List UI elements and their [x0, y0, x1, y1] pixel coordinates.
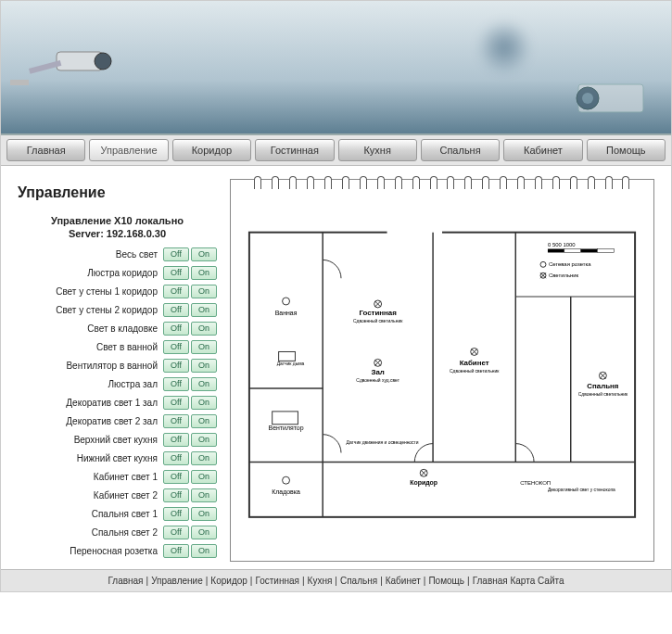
svg-text:Декоративный свет у стенокопа: Декоративный свет у стенокопа: [548, 488, 615, 492]
off-button[interactable]: Off: [163, 285, 189, 298]
spiral-ring: [324, 176, 332, 189]
on-button[interactable]: On: [191, 507, 217, 521]
svg-point-1: [95, 53, 111, 70]
off-button[interactable]: Off: [163, 544, 189, 558]
separator: |: [332, 576, 340, 586]
off-button[interactable]: Off: [163, 359, 189, 373]
control-row: Декоратив свет 1 залOffOn: [18, 395, 217, 412]
off-button[interactable]: Off: [163, 322, 189, 336]
off-button[interactable]: Off: [163, 414, 189, 428]
svg-point-57: [283, 298, 290, 305]
off-button[interactable]: Off: [163, 377, 189, 391]
on-button[interactable]: On: [191, 285, 217, 298]
nav-tab-help[interactable]: Помощь: [587, 139, 666, 161]
spiral-ring: [570, 176, 577, 189]
on-button[interactable]: On: [191, 322, 217, 336]
page-title: Управление: [18, 184, 217, 201]
control-row: Кабинет свет 1OffOn: [18, 469, 217, 486]
main-nav: Главная Управление Коридор Гостинная Кух…: [1, 135, 671, 166]
on-button[interactable]: On: [191, 359, 217, 373]
control-row: Свет у стены 1 коридорOffOn: [18, 284, 217, 300]
spiral-ring: [535, 176, 542, 189]
footer-link[interactable]: Гостинная: [255, 576, 299, 586]
svg-rect-8: [387, 231, 442, 235]
svg-text:Спальня: Спальня: [587, 382, 619, 390]
on-button[interactable]: On: [191, 470, 217, 484]
off-button[interactable]: Off: [163, 433, 189, 447]
spiral-ring: [605, 176, 613, 189]
on-button[interactable]: On: [191, 377, 217, 391]
on-button[interactable]: On: [191, 544, 217, 558]
off-button[interactable]: Off: [163, 396, 189, 410]
on-button[interactable]: On: [191, 451, 217, 465]
on-button[interactable]: On: [191, 414, 217, 428]
svg-text:Коридор: Коридор: [410, 479, 437, 487]
off-button[interactable]: Off: [163, 470, 189, 484]
control-label: Кабинет свет 2: [18, 490, 161, 501]
nav-tab-bedroom[interactable]: Спальня: [421, 139, 500, 161]
svg-text:Зал: Зал: [371, 368, 384, 376]
footer-link[interactable]: Главная: [108, 576, 143, 586]
control-row: Переносная розеткаOffOn: [18, 543, 217, 560]
off-button[interactable]: Off: [163, 340, 189, 354]
spiral-binding: [231, 176, 653, 193]
off-button[interactable]: Off: [163, 488, 189, 502]
nav-tab-home[interactable]: Главная: [6, 139, 85, 161]
svg-text:Датчик движения и освещенности: Датчик движения и освещенности: [347, 440, 419, 445]
off-button[interactable]: Off: [163, 526, 189, 539]
footer-link[interactable]: Спальня: [340, 576, 377, 586]
floorplan-panel: 0 500 1000 Сетевая розетка Светильник Го…: [230, 179, 654, 562]
separator: |: [299, 576, 308, 586]
spiral-ring: [272, 176, 279, 189]
nav-tab-corridor[interactable]: Коридор: [172, 139, 251, 161]
control-row: Спальня свет 2OffOn: [18, 525, 217, 541]
panel-title-1: Управление X10 локально: [51, 215, 184, 226]
nav-tab-control[interactable]: Управление: [89, 139, 168, 161]
off-button[interactable]: Off: [163, 451, 189, 465]
on-button[interactable]: On: [191, 526, 217, 539]
spiral-ring: [377, 176, 385, 189]
on-button[interactable]: On: [191, 433, 217, 447]
on-button[interactable]: On: [191, 303, 217, 317]
svg-point-58: [283, 476, 290, 484]
control-label: Свет у стены 2 коридор: [18, 305, 161, 315]
svg-text:Гостинная: Гостинная: [359, 309, 397, 317]
svg-text:Датчик дыма: Датчик дыма: [277, 361, 305, 366]
nav-tab-office[interactable]: Кабинет: [503, 139, 582, 161]
decorative-blur: [476, 19, 532, 75]
spiral-ring: [517, 176, 525, 189]
control-row: Весь светOffOn: [18, 247, 217, 263]
off-button[interactable]: Off: [163, 247, 189, 261]
nav-tab-kitchen[interactable]: Кухня: [338, 139, 417, 161]
control-label: Верхний свет кухня: [18, 435, 161, 445]
spiral-ring: [412, 176, 420, 189]
off-button[interactable]: Off: [163, 507, 189, 521]
control-label: Спальня свет 2: [18, 527, 161, 538]
on-button[interactable]: On: [191, 247, 217, 261]
footer-link[interactable]: Кухня: [308, 576, 333, 586]
spiral-ring: [447, 176, 454, 189]
control-row: Декоратив свет 2 залOffOn: [18, 413, 217, 430]
footer-link[interactable]: Кабинет: [386, 576, 421, 586]
on-button[interactable]: On: [191, 488, 217, 502]
footer-link[interactable]: Помощь: [428, 576, 464, 586]
nav-tab-living[interactable]: Гостинная: [255, 139, 334, 161]
svg-rect-60: [279, 351, 296, 361]
on-button[interactable]: On: [191, 340, 217, 354]
on-button[interactable]: On: [191, 396, 217, 410]
svg-rect-3: [10, 80, 29, 85]
off-button[interactable]: Off: [163, 303, 189, 317]
control-label: Свет в кладовке: [18, 323, 161, 334]
footer-link[interactable]: Главная Карта Сайта: [473, 576, 564, 586]
on-button[interactable]: On: [191, 266, 217, 280]
svg-point-6: [582, 93, 593, 104]
off-button[interactable]: Off: [163, 266, 189, 280]
svg-rect-17: [564, 248, 581, 252]
svg-rect-16: [548, 248, 564, 252]
footer-link[interactable]: Управление: [151, 576, 203, 586]
control-row: Свет у стены 2 коридорOffOn: [18, 302, 217, 319]
control-label: Люстра зал: [18, 379, 161, 389]
spiral-ring: [289, 176, 297, 189]
svg-text:Вентилятор: Вентилятор: [269, 425, 304, 432]
footer-link[interactable]: Коридор: [210, 576, 247, 586]
